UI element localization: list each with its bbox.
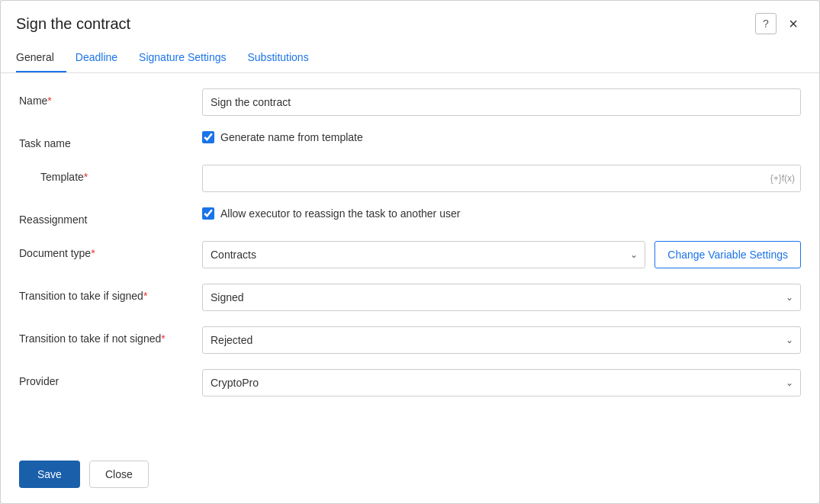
provider-label: Provider <box>19 369 202 387</box>
reassignment-checkbox[interactable] <box>202 207 214 220</box>
transition-not-signed-control: Rejected Signed Approved ⌄ <box>202 326 801 354</box>
close-x-button[interactable]: × <box>783 13 804 34</box>
help-icon: ? <box>763 18 769 30</box>
template-row: Template* {+}f(x) <box>19 165 801 192</box>
reassignment-checkbox-label: Allow executor to reassign the task to a… <box>220 207 460 220</box>
provider-row: Provider CryptoPro DocuSign PGP ⌄ <box>19 369 801 396</box>
provider-select-wrap: CryptoPro DocuSign PGP ⌄ <box>202 369 801 396</box>
doc-type-row: Document type* Contracts Agreements Orde… <box>19 241 801 268</box>
transition-signed-label: Transition to take if signed* <box>19 284 202 302</box>
tab-signature-settings[interactable]: Signature Settings <box>136 43 238 72</box>
doc-type-select[interactable]: Contracts Agreements Orders <box>202 241 645 268</box>
reassignment-label: Reassignment <box>19 207 202 226</box>
template-input[interactable] <box>202 165 801 192</box>
header-icons: ? × <box>755 13 804 34</box>
dialog-title: Sign the contract <box>16 15 130 33</box>
provider-control: CryptoPro DocuSign PGP ⌄ <box>202 369 801 396</box>
transition-not-signed-select-wrap: Rejected Signed Approved ⌄ <box>202 326 801 354</box>
tab-substitutions[interactable]: Substitutions <box>244 43 320 72</box>
provider-select[interactable]: CryptoPro DocuSign PGP <box>202 369 801 396</box>
dialog-header: Sign the contract ? × <box>1 1 819 43</box>
task-name-row: Task name Generate name from template <box>19 131 801 149</box>
doc-type-label: Document type* <box>19 241 202 259</box>
template-control: {+}f(x) <box>202 165 801 192</box>
transition-not-signed-label: Transition to take if not signed* <box>19 326 202 345</box>
transition-signed-control: Signed Approved Rejected ⌄ <box>202 284 801 311</box>
sign-contract-dialog: Sign the contract ? × General Deadline S… <box>0 0 820 504</box>
name-row: Name* <box>19 88 801 116</box>
generate-name-checkbox-row: Generate name from template <box>202 131 363 143</box>
help-button[interactable]: ? <box>755 13 777 34</box>
template-input-wrap: {+}f(x) <box>202 165 801 192</box>
dialog-footer: Save Close <box>1 451 819 503</box>
name-control <box>202 88 801 116</box>
transition-signed-row: Transition to take if signed* Signed App… <box>19 284 801 311</box>
reassignment-checkbox-row: Allow executor to reassign the task to a… <box>202 207 460 220</box>
task-name-control: Generate name from template <box>202 131 801 143</box>
tabs-bar: General Deadline Signature Settings Subs… <box>1 43 819 73</box>
transition-not-signed-select[interactable]: Rejected Signed Approved <box>202 326 801 354</box>
form-body: Name* Task name Generate name from templ… <box>1 73 819 451</box>
save-button[interactable]: Save <box>19 461 80 488</box>
close-icon: × <box>789 15 798 33</box>
name-label: Name* <box>19 88 202 107</box>
reassignment-control: Allow executor to reassign the task to a… <box>202 207 801 220</box>
tab-general[interactable]: General <box>16 43 66 72</box>
change-variable-settings-button[interactable]: Change Variable Settings <box>654 241 801 268</box>
transition-signed-select[interactable]: Signed Approved Rejected <box>202 284 801 311</box>
generate-name-label: Generate name from template <box>220 131 363 143</box>
template-label: Template* <box>19 165 202 183</box>
task-name-label: Task name <box>19 131 202 149</box>
name-input[interactable] <box>202 88 801 116</box>
transition-signed-select-wrap: Signed Approved Rejected ⌄ <box>202 284 801 311</box>
doc-type-select-wrap: Contracts Agreements Orders ⌄ <box>202 241 645 268</box>
reassignment-row: Reassignment Allow executor to reassign … <box>19 207 801 226</box>
generate-name-checkbox[interactable] <box>202 131 214 143</box>
transition-not-signed-row: Transition to take if not signed* Reject… <box>19 326 801 354</box>
doc-type-control: Contracts Agreements Orders ⌄ Change Var… <box>202 241 801 268</box>
close-button[interactable]: Close <box>89 461 149 488</box>
tab-deadline[interactable]: Deadline <box>72 43 130 72</box>
